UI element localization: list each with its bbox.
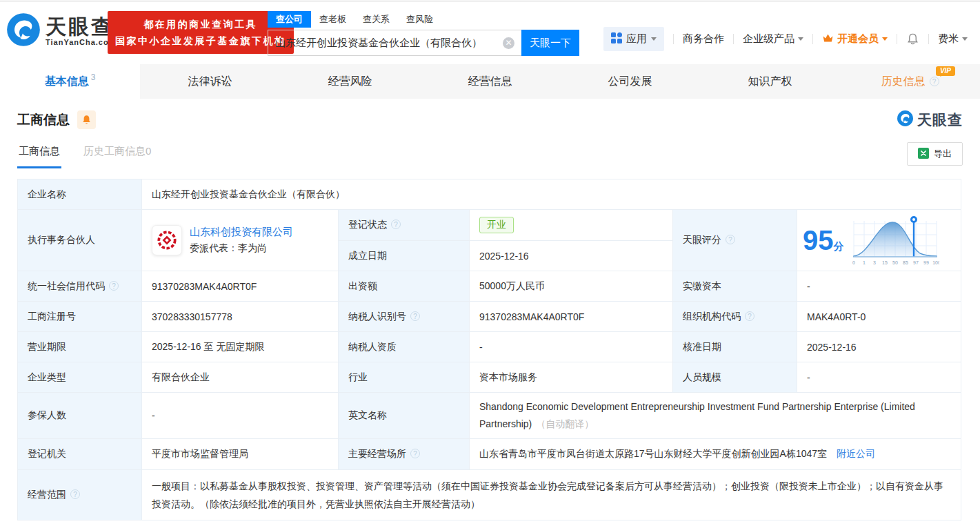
export-button[interactable]: 导出 [907,142,963,166]
business-address-cell: 山东省青岛市平度市凤台街道太原路17号山东财经大学平度创新创业园A栋1047室 … [470,439,961,470]
apps-grid-icon [611,32,622,46]
tab-label: 基本信息 [45,75,89,89]
divider [673,34,674,44]
score-value: 95 [803,225,834,255]
subtab-business-info[interactable]: 工商信息 [17,145,61,168]
tianyancha-logo-icon [897,110,914,130]
partner-company-link[interactable]: 山东科创投资有限公司 [190,226,293,237]
nav-open-vip[interactable]: 开通会员 [822,32,888,46]
field-label: 工商注册号 [18,302,142,332]
field-label: 人员规模 [673,362,797,393]
nearby-companies-link[interactable]: 附近公司 [837,448,875,459]
chevron-down-icon [882,37,888,43]
insured-count-value: - [142,393,339,439]
help-icon[interactable] [391,220,401,229]
business-scope-cell: 一般项目：以私募基金从事股权投资、投资管理、资产管理等活动（须在中国证券投资基金… [142,470,961,520]
table-row: 经营范围 一般项目：以私募基金从事股权投资、投资管理、资产管理等活动（须在中国证… [18,470,961,520]
table-row: 登记机关 平度市市场监督管理局 主要经营场所 山东省青岛市平度市凤台街道太原路1… [18,439,961,470]
field-label: 纳税人资质 [339,332,470,362]
field-label-text: 天眼评分 [683,234,721,245]
clear-search-icon[interactable] [503,37,514,49]
field-label: 企业名称 [18,179,142,210]
auto-translate-note: （自动翻译） [536,418,594,429]
help-icon[interactable] [109,281,119,291]
promo-line1: 都在用的商业查询工具 [115,16,286,32]
executive-partner-cell: 山东科创投资有限公司 委派代表：李为尚 [142,210,339,271]
field-label-text: 统一社会信用代码 [28,280,105,291]
partner-company-logo[interactable] [152,225,182,255]
field-label: 成立日期 [339,241,470,271]
tab-history-info[interactable]: VIP 历史信息 [840,64,980,99]
business-term-value: 2025-12-16 至 无固定期限 [142,332,339,362]
table-row: 营业期限 2025-12-16 至 无固定期限 纳税人资质 - 核准日期 202… [18,332,961,362]
field-label: 出资额 [339,271,470,302]
tab-operating-risk[interactable]: 经营风险 [280,64,420,99]
tianyancha-logo-icon [6,12,41,50]
company-name-value: 山东经开创业投资基金合伙企业（有限合伙） [142,179,961,210]
tianyan-score-cell: 95分 [797,210,961,271]
nav-enterprise-products[interactable]: 企业级产品 [743,32,803,46]
search-input[interactable] [275,37,503,49]
bell-icon [81,115,92,125]
partner-representative: 委派代表：李为尚 [190,242,293,255]
tab-label: 经营信息 [468,75,512,89]
subtabs-row: 工商信息 历史工商信息0 导出 [17,142,963,168]
tab-basic-info[interactable]: 基本信息 3 [0,64,140,99]
svg-text:1: 1 [863,260,866,265]
tab-operating-info[interactable]: 经营信息 [420,64,560,99]
apps-label: 应用 [626,32,647,46]
table-row: 执行事务合伙人 山东科创投资有限公司 委派代表：李为尚 登记状态 [18,210,961,241]
help-icon[interactable] [726,235,735,244]
bell-icon [906,32,919,46]
company-type-value: 有限合伙企业 [142,362,339,393]
divider [812,34,813,44]
svg-text:100: 100 [932,260,939,265]
user-menu[interactable]: 费米 [938,32,968,46]
tianyancha-logo[interactable]: 天眼查 TianYanCha.com [6,12,116,50]
divider [733,34,734,44]
search-tab-risk[interactable]: 查风险 [398,11,441,28]
search-area: 查公司 查老板 查关系 查风险 天眼一下 [268,10,579,56]
field-label: 实缴资本 [673,271,797,302]
search-button[interactable]: 天眼一下 [521,30,579,56]
registration-status-cell: 开业 [470,210,673,241]
table-row: 企业名称 山东经开创业投资基金合伙企业（有限合伙） [18,179,961,210]
tab-company-development[interactable]: 公司发展 [560,64,700,99]
svg-text:0: 0 [852,260,855,265]
section-title: 工商信息 [17,111,70,129]
taxpayer-qualification-value: - [470,332,673,362]
header-nav: 应用 商务合作 企业级产品 开通会员 [603,27,968,51]
search-input-wrap [268,30,521,56]
svg-text:15: 15 [882,260,888,265]
help-icon[interactable] [70,489,80,499]
field-label: 企业类型 [18,362,142,393]
nav-cooperation[interactable]: 商务合作 [683,32,724,46]
svg-text:99: 99 [923,260,929,265]
field-label: 主要经营场所 [339,439,470,470]
tab-legal-litigation[interactable]: 法律诉讼 [140,64,280,99]
help-icon[interactable] [930,77,939,86]
business-address-value: 山东省青岛市平度市凤台街道太原路17号山东财经大学平度创新创业园A栋1047室 [479,448,827,459]
search-tab-boss[interactable]: 查老板 [311,11,354,28]
tab-count-badge: 3 [91,72,96,82]
search-tab-company[interactable]: 查公司 [268,11,311,28]
contribution-value: 50000万人民币 [470,271,673,302]
field-label: 核准日期 [673,332,797,362]
taxpayer-id-value: 91370283MAK4A0RT0F [470,302,673,332]
help-icon[interactable] [410,449,420,458]
field-label-text: 纳税人识别号 [348,311,406,322]
subtab-history-business-info[interactable]: 历史工商信息0 [82,145,152,168]
subscribe-bell-button[interactable] [77,110,96,129]
field-label: 英文名称 [339,393,470,439]
notifications-bell[interactable] [906,32,919,46]
field-label-text: 主要经营场所 [348,448,406,459]
help-icon[interactable] [745,311,754,321]
search-tab-relation[interactable]: 查关系 [354,11,398,28]
section-header: 工商信息 天眼查 [17,110,963,130]
promo-line2: 国家中小企业发展子基金旗下机构 [115,32,286,49]
tab-intellectual-property[interactable]: 知识产权 [700,64,840,99]
establish-date-value: 2025-12-16 [470,241,673,271]
help-icon[interactable] [410,311,420,321]
paid-in-capital-value: - [797,271,961,302]
apps-menu[interactable]: 应用 [603,27,664,51]
